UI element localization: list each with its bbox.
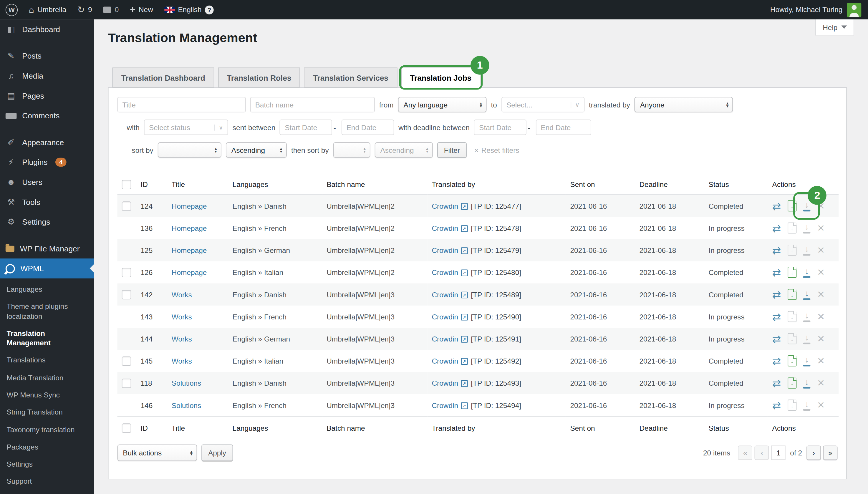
job-title-link[interactable]: Works: [172, 357, 192, 365]
xliff-file-icon[interactable]: ↓: [788, 355, 796, 366]
sync-translation-icon[interactable]: ⇄: [772, 400, 781, 411]
sidebar-subitem-string-translation[interactable]: String Translation: [0, 404, 94, 421]
pagination-next-button[interactable]: ›: [807, 445, 821, 460]
cancel-job-icon[interactable]: ✕: [817, 356, 825, 366]
row-checkbox[interactable]: [122, 268, 131, 277]
sidebar-item-posts[interactable]: ✎Posts: [0, 46, 94, 66]
sidebar-item-wpml[interactable]: WPML: [0, 259, 94, 279]
sidebar-subitem-languages[interactable]: Languages: [0, 281, 94, 298]
job-title-link[interactable]: Homepage: [172, 268, 207, 277]
translator-link[interactable]: Crowdin: [432, 246, 458, 254]
tab-translation-jobs[interactable]: Translation Jobs1: [401, 68, 480, 88]
from-language-select[interactable]: Any language ▲▼: [398, 97, 487, 112]
cancel-job-icon[interactable]: ✕: [817, 312, 825, 321]
cancel-job-icon[interactable]: ✕: [817, 334, 825, 344]
sync-translation-icon[interactable]: ⇄: [772, 311, 781, 322]
xliff-file-icon[interactable]: ↓: [788, 201, 796, 212]
tab-translation-services[interactable]: Translation Services: [304, 68, 397, 88]
sidebar-item-settings[interactable]: ⚙Settings: [0, 212, 94, 232]
cancel-job-icon[interactable]: ✕: [817, 246, 825, 255]
deadline-start-date-input[interactable]: [474, 119, 527, 135]
to-language-select[interactable]: Select... ∨: [502, 97, 584, 112]
tab-translation-dashboard[interactable]: Translation Dashboard: [112, 68, 214, 88]
sidebar-subitem-translation-management[interactable]: Translation Management: [0, 325, 94, 352]
pagination-last-button[interactable]: »: [823, 445, 838, 460]
sidebar-subitem-packages[interactable]: Packages: [0, 438, 94, 456]
cancel-job-icon[interactable]: ✕: [817, 378, 825, 388]
download-icon[interactable]: ↓: [803, 267, 810, 278]
sent-start-date-input[interactable]: [280, 119, 333, 135]
download-icon[interactable]: ↓: [803, 400, 810, 411]
xliff-file-icon[interactable]: ↓: [788, 399, 796, 411]
sync-translation-icon[interactable]: ⇄: [772, 267, 781, 278]
reset-filters-link[interactable]: × Reset filters: [474, 146, 520, 154]
sidebar-item-plugins[interactable]: ⚡Plugins4: [0, 152, 94, 172]
sync-translation-icon[interactable]: ⇄: [772, 356, 781, 366]
sidebar-subitem-taxonomy-translation[interactable]: Taxonomy translation: [0, 421, 94, 438]
translator-link[interactable]: Crowdin: [432, 379, 458, 387]
filter-button[interactable]: Filter: [437, 142, 466, 158]
deadline-end-date-input[interactable]: [535, 119, 591, 135]
select-all-checkbox[interactable]: [122, 179, 131, 189]
download-icon[interactable]: ↓: [803, 289, 810, 300]
translator-link[interactable]: Crowdin: [432, 202, 458, 210]
sync-translation-icon[interactable]: ⇄: [772, 378, 781, 388]
xliff-file-icon[interactable]: ↓: [788, 223, 796, 234]
sidebar-subitem-wp-menus-sync[interactable]: WP Menus Sync: [0, 386, 94, 404]
language-menu[interactable]: English ?: [159, 0, 219, 19]
then-sort-direction-select[interactable]: Ascending ▲▼: [375, 142, 433, 158]
cancel-job-icon[interactable]: ✕: [817, 290, 825, 299]
sidebar-subitem-theme-and-plugins-localization[interactable]: Theme and plugins localization: [0, 298, 94, 325]
sidebar-item-tools[interactable]: ⚒Tools: [0, 192, 94, 212]
apply-button[interactable]: Apply: [202, 444, 232, 461]
translator-link[interactable]: Crowdin: [432, 401, 458, 409]
xliff-file-icon[interactable]: ↓: [788, 333, 796, 344]
pagination-prev-button[interactable]: ‹: [755, 445, 769, 460]
job-title-link[interactable]: Works: [172, 335, 192, 343]
sidebar-subitem-translations[interactable]: Translations: [0, 352, 94, 369]
translator-link[interactable]: Crowdin: [432, 224, 458, 232]
job-title-link[interactable]: Solutions: [172, 379, 202, 387]
sync-translation-icon[interactable]: ⇄: [772, 245, 781, 255]
updates-menu[interactable]: ↻ 9: [72, 0, 98, 19]
sort-by-select[interactable]: - ▲▼: [158, 142, 222, 158]
sidebar-item-comments[interactable]: Comments: [0, 106, 94, 126]
download-icon[interactable]: ↓: [803, 355, 810, 366]
row-checkbox[interactable]: [122, 290, 131, 299]
status-select[interactable]: Select status ∨: [144, 119, 228, 135]
wp-logo-menu[interactable]: W: [0, 0, 23, 19]
pagination-first-button[interactable]: «: [738, 445, 753, 460]
row-checkbox[interactable]: [122, 201, 131, 210]
download-icon[interactable]: ↓: [803, 223, 810, 233]
sidebar-item-dashboard[interactable]: ◧Dashboard: [0, 19, 94, 39]
help-button[interactable]: Help: [816, 19, 854, 36]
site-menu[interactable]: ⌂ Umbrella: [23, 0, 72, 19]
translator-link[interactable]: Crowdin: [432, 335, 458, 343]
job-title-link[interactable]: Homepage: [172, 246, 207, 254]
bulk-actions-select[interactable]: Bulk actions ▲▼: [117, 444, 197, 461]
translated-by-select[interactable]: Anyone ▲▼: [635, 97, 733, 112]
sync-translation-icon[interactable]: ⇄: [772, 289, 781, 300]
pagination-current-page-input[interactable]: 1: [771, 445, 786, 460]
comments-menu[interactable]: 0: [97, 0, 124, 19]
title-filter-input[interactable]: [117, 97, 246, 112]
tab-translation-roles[interactable]: Translation Roles: [218, 68, 300, 88]
translator-link[interactable]: Crowdin: [432, 290, 458, 299]
download-icon[interactable]: ↓: [803, 333, 810, 344]
sidebar-item-users[interactable]: ☻Users: [0, 172, 94, 192]
translator-link[interactable]: Crowdin: [432, 268, 458, 277]
job-title-link[interactable]: Works: [172, 290, 192, 299]
xliff-file-icon[interactable]: ↓: [788, 245, 796, 256]
sidebar-subitem-settings[interactable]: Settings: [0, 455, 94, 473]
xliff-file-icon[interactable]: ↓: [788, 289, 796, 300]
new-menu[interactable]: + New: [124, 0, 158, 19]
sync-translation-icon[interactable]: ⇄: [772, 223, 781, 233]
xliff-file-icon[interactable]: ↓: [788, 377, 796, 388]
download-icon[interactable]: ↓: [803, 311, 810, 322]
batch-name-filter-input[interactable]: [250, 97, 375, 112]
row-checkbox[interactable]: [122, 356, 131, 366]
sort-direction-select[interactable]: Ascending ▲▼: [226, 142, 287, 158]
job-title-link[interactable]: Homepage: [172, 224, 207, 232]
sidebar-item-pages[interactable]: ▤Pages: [0, 86, 94, 106]
sidebar-subitem-media-translation[interactable]: Media Translation: [0, 369, 94, 386]
